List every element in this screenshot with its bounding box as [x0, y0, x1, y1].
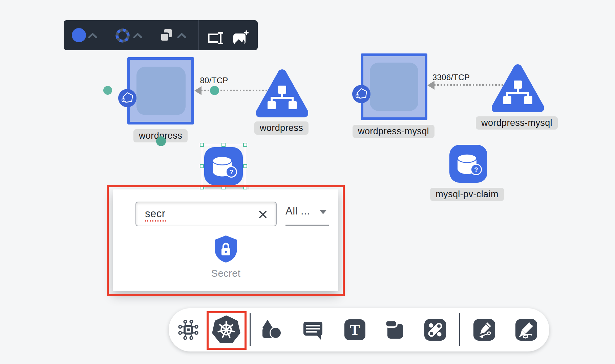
service-label-wordpress: wordpress [254, 121, 309, 135]
pvc-label-mysql-pv-claim: mysql-pv-claim [430, 188, 504, 201]
stroke-style-button[interactable] [115, 28, 130, 45]
service-node-wordpress[interactable] [256, 66, 308, 120]
resize-handle-nw[interactable] [200, 143, 204, 147]
dock-divider [459, 313, 460, 346]
tool-dock: T [169, 308, 549, 351]
search-query-text: secr [145, 208, 166, 222]
text-tool-icon[interactable]: T [344, 319, 365, 342]
shapes-tool-icon[interactable] [260, 319, 283, 343]
dock-divider [250, 313, 251, 346]
fill-color-button[interactable] [72, 28, 86, 42]
port-label-80-tcp: 80/TCP [200, 76, 228, 85]
resource-search-panel: secr All ... Secret [113, 189, 338, 291]
resize-handle-w[interactable] [200, 164, 204, 168]
fill-color-expand-chevron-icon[interactable] [88, 33, 97, 40]
kind-filter-value: All ... [285, 205, 310, 217]
diagram-network-tool-icon[interactable] [178, 319, 199, 342]
text-tool-glyph: T [350, 322, 360, 338]
kubernetes-tool-icon[interactable] [212, 315, 241, 346]
pencil-tool-icon[interactable] [515, 319, 537, 342]
copy-style-expand-chevron-icon[interactable] [177, 33, 186, 40]
question-badge-icon: ? [229, 168, 233, 176]
service-node-wordpress-mysql[interactable] [492, 61, 544, 115]
selected-pvc-node[interactable]: ? [204, 147, 243, 185]
resize-handle-se[interactable] [243, 185, 247, 189]
pod-badge-icon[interactable] [118, 89, 136, 109]
add-image-icon[interactable] [232, 30, 249, 47]
text-field-icon[interactable] [207, 31, 224, 47]
resize-handle-ne[interactable] [243, 143, 247, 147]
pod-badge-icon[interactable] [352, 85, 370, 105]
style-toolbar [64, 20, 258, 50]
chevron-down-icon [319, 210, 327, 214]
whiteboard-canvas[interactable]: wordpress 80/TCP wordpress wordpress-mys… [0, 0, 615, 364]
resize-handle-e[interactable] [243, 164, 247, 168]
deployment-inner-shape [370, 63, 418, 111]
kind-filter-dropdown[interactable]: All ... [285, 205, 330, 217]
pen-tool-icon[interactable] [473, 319, 495, 342]
resize-handle-n[interactable] [221, 143, 226, 147]
resize-handle-sw[interactable] [200, 185, 204, 189]
search-input[interactable]: secr [135, 202, 277, 226]
connection-arrowhead [194, 86, 202, 95]
resize-handle-s[interactable] [221, 185, 226, 189]
comment-tool-icon[interactable] [303, 319, 324, 342]
connector-tool-icon[interactable] [424, 319, 446, 342]
service-label-wordpress-mysql: wordpress-mysql [476, 116, 558, 130]
deployment-inner-shape [136, 67, 186, 115]
frame-tool-icon[interactable] [385, 320, 405, 341]
deployment-label-wordpress-mysql: wordpress-mysql [353, 125, 434, 138]
connection-endpoint-dot[interactable] [210, 86, 219, 95]
copy-style-button[interactable] [159, 28, 173, 44]
connection-endpoint-dot[interactable] [156, 136, 166, 146]
port-label-3306-tcp: 3306/TCP [432, 73, 470, 82]
secret-result-icon[interactable] [213, 235, 238, 265]
dropdown-underline [285, 225, 329, 226]
pvc-node-mysql-pv-claim[interactable]: ? [449, 145, 487, 183]
toolbar-divider [198, 20, 199, 50]
connection-endpoint-dot[interactable] [103, 86, 112, 95]
stroke-style-expand-chevron-icon[interactable] [133, 33, 142, 40]
secret-result-label: Secret [211, 268, 241, 279]
clear-search-icon[interactable] [258, 209, 268, 220]
question-badge-icon: ? [474, 166, 478, 173]
